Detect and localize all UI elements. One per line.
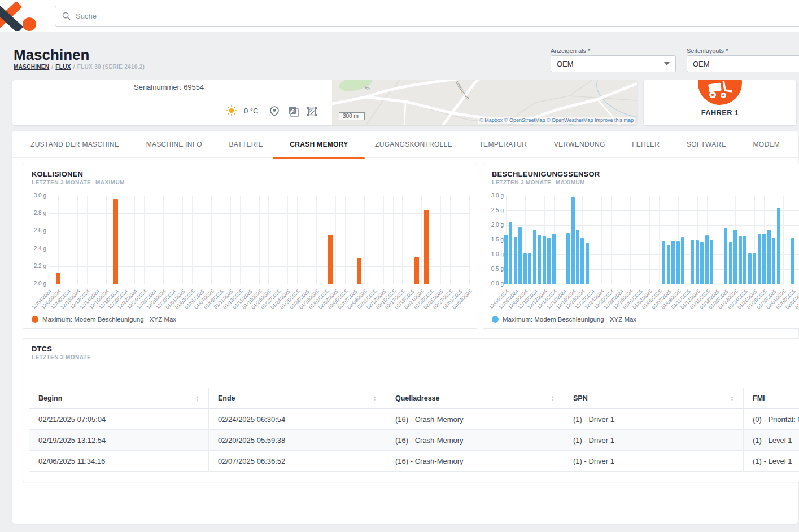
location-map[interactable]: Im Werner-vo 300 m © Mapbox © OpenStreet… <box>332 80 637 125</box>
tab-software[interactable]: SOFTWARE <box>680 131 733 158</box>
v-gridline <box>335 196 336 284</box>
y-tick-label: 2.0 g <box>491 222 504 228</box>
search-input[interactable] <box>76 12 799 20</box>
view-as-label: Anzeigen als * <box>551 47 590 54</box>
bar <box>357 258 361 284</box>
column-label: Quelladresse <box>395 394 440 402</box>
breadcrumb-separator: / <box>51 64 53 70</box>
v-gridline <box>87 196 88 284</box>
location-pin-icon[interactable] <box>270 106 279 116</box>
notes-icon[interactable] <box>288 106 299 117</box>
v-gridline <box>326 196 326 284</box>
tab-zustand-der-maschine[interactable]: ZUSTAND DER MASCHINE <box>24 131 126 158</box>
bar <box>762 234 766 284</box>
tab-crash-memory[interactable]: CRASH MEMORY <box>283 131 355 158</box>
v-gridline <box>688 196 688 284</box>
v-gridline <box>211 196 212 284</box>
v-gridline <box>355 196 355 284</box>
chart-subtitle-mode: MAXIMUM <box>95 179 125 186</box>
bar <box>424 210 429 284</box>
y-tick-label: 2.4 g <box>34 245 46 252</box>
bar <box>523 253 527 284</box>
table-cell: 02/24/2025 06:30:54 <box>209 409 386 429</box>
sort-icon: ▲▼ <box>373 395 377 401</box>
bar <box>328 235 333 284</box>
bar <box>56 273 60 284</box>
tab-maschine-info[interactable]: MASCHINE INFO <box>139 131 209 158</box>
column-header-quelladresse[interactable]: Quelladresse▲▼ <box>386 388 564 408</box>
column-header-fmi[interactable]: FMI <box>744 388 799 408</box>
table-cell: (16) - Crash-Memory <box>386 409 564 429</box>
chart-subtitle-period: LETZTEN 3 MONATE <box>32 179 91 186</box>
tab-temperatur[interactable]: TEMPERATUR <box>472 131 534 158</box>
table-cell: 02/20/2025 05:59:38 <box>209 430 386 450</box>
v-gridline <box>421 196 422 284</box>
y-tick-label: 1.5 g <box>491 236 504 243</box>
table-row[interactable]: 02/21/2025 07:05:0402/24/2025 06:30:54(1… <box>29 409 799 430</box>
acceleration-chart-card: BESCHLEUNIGUNGSSENSOR LETZTEN 3 MONATEMA… <box>483 164 799 329</box>
h-gridline <box>506 284 799 284</box>
table-cell: 02/07/2025 06:36:52 <box>209 451 386 471</box>
chart-title: BESCHLEUNIGUNGSSENSOR <box>492 170 600 178</box>
tab-batterie[interactable]: BATTERIE <box>222 131 270 158</box>
column-header-spn[interactable]: SPN▲▼ <box>564 388 744 408</box>
serial-number: Serialnummer: 69554 <box>134 83 204 91</box>
bar <box>518 227 522 284</box>
chart-subtitle: LETZTEN 3 MONATEMAXIMUM <box>32 179 129 186</box>
tab-modem[interactable]: MODEM <box>746 131 787 158</box>
geofence-zone-icon[interactable] <box>307 106 317 117</box>
bar <box>547 238 551 284</box>
page-layouts-select[interactable]: OEM <box>687 55 799 72</box>
view-as-select[interactable]: OEM <box>551 55 676 72</box>
v-gridline <box>469 196 470 284</box>
dtcs-subtitle-text: LETZTEN 3 MONATE <box>32 354 91 360</box>
table-row[interactable]: 02/06/2025 11:34:1602/07/2025 06:36:52(1… <box>29 451 799 472</box>
weather-widget: 0 °C <box>226 105 258 116</box>
temperature-value: 0 °C <box>244 107 258 115</box>
v-gridline <box>592 196 592 284</box>
table-cell: (1) - Driver 1 <box>564 409 744 429</box>
breadcrumb-link-maschinen[interactable]: MASCHINEN <box>14 64 49 70</box>
v-gridline <box>154 196 154 284</box>
v-gridline <box>402 196 403 284</box>
v-gridline <box>268 196 269 284</box>
v-gridline <box>144 196 145 284</box>
v-gridline <box>125 196 125 284</box>
table-cell: (16) - Crash-Memory <box>386 430 564 450</box>
v-gridline <box>106 196 107 284</box>
tab-fehler[interactable]: FEHLER <box>625 131 666 158</box>
v-gridline <box>221 196 221 284</box>
v-gridline <box>460 196 460 284</box>
bar <box>528 253 531 284</box>
v-gridline <box>450 196 451 284</box>
v-gridline <box>440 196 441 284</box>
sun-icon <box>226 105 237 116</box>
bar <box>767 230 771 284</box>
map-attribution[interactable]: © Mapbox © OpenStreetMap © OpenWeatherMa… <box>478 117 635 124</box>
table-row[interactable]: 02/19/2025 13:12:5402/20/2025 05:59:38(1… <box>29 430 799 451</box>
tab-verwendung[interactable]: VERWENDUNG <box>547 131 612 158</box>
bar <box>662 241 665 284</box>
brand-logo[interactable] <box>0 2 42 31</box>
legend-label: Maximum: Modem Beschleunigung - XYZ Max <box>42 316 176 323</box>
v-gridline <box>659 196 660 284</box>
column-header-beginn[interactable]: Beginn▲▼ <box>29 388 209 408</box>
search-box[interactable] <box>55 6 799 27</box>
column-label: Ende <box>218 394 235 402</box>
bar <box>533 230 536 284</box>
column-header-ende[interactable]: Ende▲▼ <box>209 388 386 408</box>
driver-card[interactable]: FAHRER 1 <box>644 80 796 125</box>
bar <box>113 199 118 284</box>
sort-icon: ▲▼ <box>195 395 199 401</box>
bar <box>777 208 780 284</box>
breadcrumb-link-flux[interactable]: FLUX <box>55 64 71 70</box>
table-cell: 02/06/2025 11:34:16 <box>29 451 209 471</box>
view-as-value: OEM <box>557 60 574 68</box>
page-layouts-value: OEM <box>693 60 710 68</box>
v-gridline <box>611 196 612 284</box>
chart-subtitle: LETZTEN 3 MONATEMAXIMUM <box>492 179 590 186</box>
tab-zugangskontrolle[interactable]: ZUGANGSKONTROLLE <box>368 131 459 158</box>
search-icon <box>62 12 71 20</box>
v-gridline <box>163 196 164 284</box>
v-gridline <box>649 196 650 284</box>
